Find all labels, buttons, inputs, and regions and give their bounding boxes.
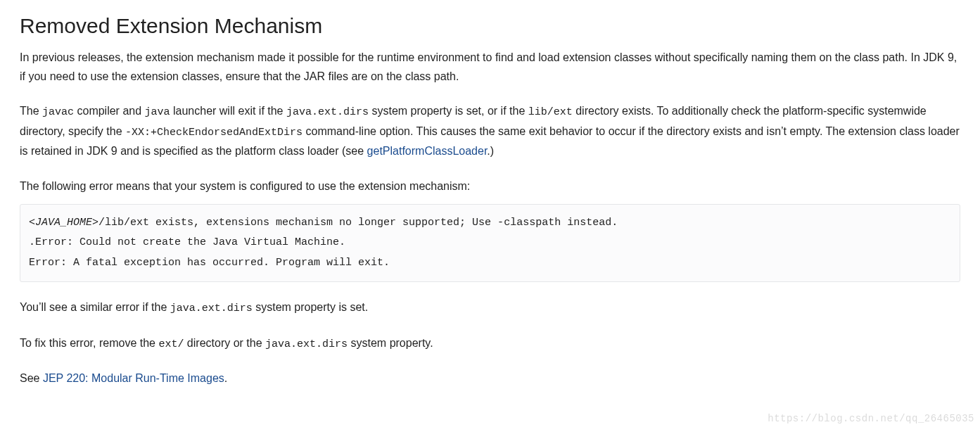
document-page: Removed Extension Mechanism In previous … [0,0,980,410]
paragraph-similar-error: You’ll see a similar error if the java.e… [20,298,960,318]
paragraph-error-intro: The following error means that your syst… [20,177,960,196]
code-javac: javac [42,106,74,118]
code-lib-ext: lib/ext [528,106,573,118]
text: You’ll see a similar error if the [20,301,170,313]
code-ext-dir: ext/ [158,338,184,350]
paragraph-see-also: See JEP 220: Modular Run-Time Images. [20,369,960,388]
code-line-1: /lib/ext exists, extensions mechanism no… [98,217,618,229]
code-java: java [145,106,170,118]
code-line-3: Error: A fatal exception has occurred. P… [29,257,390,269]
watermark-text: https://blog.csdn.net/qq_26465035 [768,413,974,424]
text: launcher will exit if the [170,105,286,117]
code-java-ext-dirs: java.ext.dirs [170,302,253,314]
code-xx-check: -XX:+CheckEndorsedAndExtDirs [125,127,303,139]
text: compiler and [74,105,145,117]
page-title: Removed Extension Mechanism [20,14,960,38]
text: system property is set. [253,301,369,313]
text: directory or the [184,337,265,349]
text: system property. [348,337,433,349]
paragraph-details: The javac compiler and java launcher wil… [20,101,960,160]
text: To fix this error, remove the [20,337,158,349]
link-jep-220[interactable]: JEP 220: Modular Run-Time Images [43,372,224,384]
error-code-block: <JAVA_HOME>/lib/ext exists, extensions m… [20,204,960,283]
text: The [20,105,42,117]
code-java-ext-dirs: java.ext.dirs [286,106,369,118]
code-java-ext-dirs: java.ext.dirs [265,338,348,350]
paragraph-intro: In previous releases, the extension mech… [20,48,960,86]
code-line-2: .Error: Could not create the Java Virtua… [29,236,345,248]
text: . [224,372,227,384]
text: system property is set, or if the [369,105,528,117]
code-java-home-placeholder: <JAVA_HOME> [29,217,98,229]
link-getplatformclassloader[interactable]: getPlatformClassLoader [367,145,488,157]
text: .) [487,145,494,157]
paragraph-fix: To fix this error, remove the ext/ direc… [20,333,960,354]
text: See [20,372,43,384]
